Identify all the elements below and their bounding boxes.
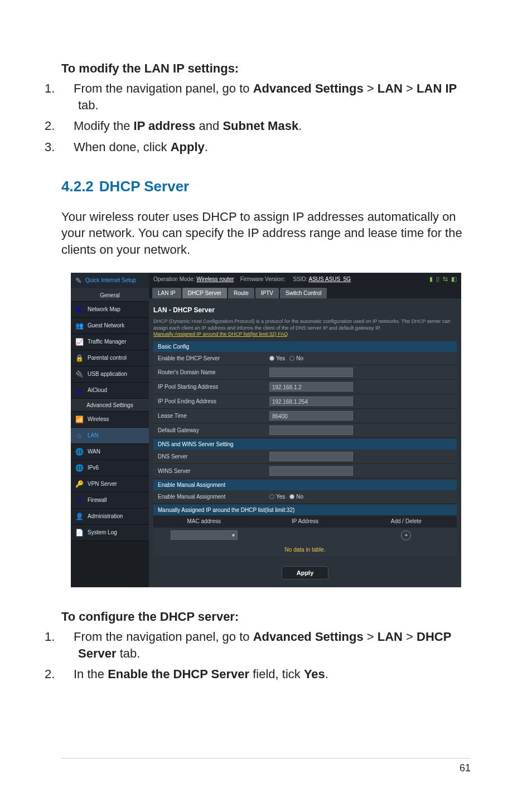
radio-dot xyxy=(269,356,274,361)
step-text: tab. xyxy=(78,98,99,112)
row-label: WINS Server xyxy=(153,465,265,477)
config-row: Enable Manual AssignmentYesNo xyxy=(153,490,457,504)
config-row: WINS Server xyxy=(153,464,457,479)
text-input[interactable] xyxy=(269,466,353,476)
mode-label: Operation Mode: xyxy=(153,276,195,282)
radio-option[interactable]: Yes xyxy=(269,355,285,361)
mac-select[interactable]: ▾ xyxy=(171,530,238,540)
sidebar-item[interactable]: 📶Wireless xyxy=(71,412,149,428)
step-bold: Advanced Settings xyxy=(253,630,364,644)
sidebar-item[interactable]: 🔌USB application xyxy=(71,366,149,383)
usb-icon[interactable]: ▯ xyxy=(436,276,439,283)
mode-value[interactable]: Wireless router xyxy=(196,276,234,282)
sidebar-general-header: General xyxy=(71,289,149,302)
sidebar-item[interactable]: 🛡Firewall xyxy=(71,492,149,509)
radio-option[interactable]: Yes xyxy=(269,494,285,500)
step-text: > xyxy=(403,630,417,644)
pen-icon: ✎ xyxy=(75,276,82,285)
row-value: 86400 xyxy=(265,409,457,423)
quick-internet-setup[interactable]: ✎ Quick Internet Setup xyxy=(71,273,149,289)
text-input[interactable] xyxy=(269,368,353,377)
tab[interactable]: DHCP Server xyxy=(182,288,227,298)
sidebar-label: Firewall xyxy=(88,497,107,503)
basic-config-header: Basic Config xyxy=(153,341,457,352)
text-input[interactable]: 192.168.1.2 xyxy=(269,382,353,392)
row-value: YesNo xyxy=(265,491,457,502)
step-text: > xyxy=(403,81,417,95)
tab[interactable]: Route xyxy=(228,288,254,298)
sidebar-item[interactable]: 🖧Network Map xyxy=(71,302,149,318)
manual-table-header: Manually Assigned IP around the DHCP lis… xyxy=(153,505,457,515)
intro-paragraph: Your wireless router uses DHCP to assign… xyxy=(61,209,471,258)
config-row: Router's Domain Name xyxy=(153,365,457,380)
lanip-step-2: 2.Modify the IP address and Subnet Mask. xyxy=(61,118,471,134)
sidebar: ✎ Quick Internet Setup General 🖧Network … xyxy=(71,273,149,587)
tab[interactable]: Switch Control xyxy=(280,288,327,298)
radio-label: Yes xyxy=(276,355,285,361)
sidebar-item[interactable]: ☁AiCloud xyxy=(71,383,149,399)
row-label: Enable Manual Assignment xyxy=(153,490,265,503)
radio-dot xyxy=(269,494,274,499)
desc-link[interactable]: Manually Assigned IP around the DHCP lis… xyxy=(153,331,288,337)
sidebar-item[interactable]: 🔒Parental control xyxy=(71,350,149,366)
sidebar-icon: 🌐 xyxy=(75,448,83,456)
ssid-label: SSID: xyxy=(293,276,307,282)
add-button[interactable]: + xyxy=(401,530,411,540)
step-text: . xyxy=(325,667,328,681)
step-bold: IP address xyxy=(134,119,196,133)
topbar-icons: ▮ ▯ ⇆ ◧ xyxy=(429,276,457,283)
sidebar-label: IPv6 xyxy=(88,465,99,471)
sidebar-item[interactable]: 📈Traffic Manager xyxy=(71,334,149,350)
row-value: 192.168.1.254 xyxy=(265,394,457,408)
radio-option[interactable]: No xyxy=(289,355,303,361)
main-pane: Operation Mode: Wireless router Firmware… xyxy=(149,273,461,587)
radio-option[interactable]: No xyxy=(289,494,303,500)
step-text: > xyxy=(364,630,378,644)
section-name: DHCP Server xyxy=(99,178,189,195)
sidebar-icon: 🔒 xyxy=(75,354,83,362)
tab[interactable]: LAN IP xyxy=(152,288,181,298)
no-data-message: No data in table. xyxy=(153,543,457,556)
sidebar-item[interactable]: 🔑VPN Server xyxy=(71,476,149,492)
col-action: Add / Delete xyxy=(356,515,457,527)
step-bold: LAN IP xyxy=(417,81,457,95)
text-input[interactable]: 86400 xyxy=(269,411,353,421)
sidebar-item[interactable]: 👥Guest Network xyxy=(71,318,149,334)
lanip-heading: To modify the LAN IP settings: xyxy=(61,61,471,76)
section-title: 4.2.2DHCP Server xyxy=(61,178,471,195)
text-input[interactable]: 192.168.1.254 xyxy=(269,397,353,406)
tab[interactable]: IPTV xyxy=(255,288,279,298)
step-text: and xyxy=(196,119,223,133)
sidebar-item[interactable]: 🌐WAN xyxy=(71,444,149,460)
panel-title: LAN - DHCP Server xyxy=(153,306,457,314)
sidebar-label: VPN Server xyxy=(88,481,117,487)
sidebar-label: Parental control xyxy=(88,355,127,361)
radio-label: No xyxy=(296,355,303,361)
sidebar-label: AiCloud xyxy=(88,387,107,393)
apply-button[interactable]: Apply xyxy=(282,566,329,579)
table-columns: MAC address IP Address Add / Delete xyxy=(153,515,457,527)
ssid-value[interactable]: ASUS ASUS_5G xyxy=(309,276,351,282)
network-icon[interactable]: ⇆ xyxy=(443,276,448,283)
sidebar-item[interactable]: 🌐IPv6 xyxy=(71,460,149,476)
sidebar-item[interactable]: ⌂LAN xyxy=(71,428,149,444)
col-mac: MAC address xyxy=(153,515,254,527)
sidebar-label: USB application xyxy=(88,371,127,377)
tabs: LAN IPDHCP ServerRouteIPTVSwitch Control xyxy=(149,286,461,298)
sidebar-item[interactable]: 👤Administration xyxy=(71,509,149,525)
sidebar-icon: 📈 xyxy=(75,338,83,346)
step-number: 3. xyxy=(61,139,74,156)
sidebar-icon: ⌂ xyxy=(75,432,83,439)
page-number: 61 xyxy=(460,762,471,774)
configure-steps: 1.From the navigation panel, go to Advan… xyxy=(61,629,471,683)
sidebar-icon: 🖧 xyxy=(75,306,83,313)
text-input[interactable] xyxy=(269,426,353,435)
signal-icon[interactable]: ▮ xyxy=(429,276,433,283)
sidebar-item[interactable]: 📄System Log xyxy=(71,525,149,541)
row-value: 192.168.1.2 xyxy=(265,380,457,394)
text-input[interactable] xyxy=(269,452,353,461)
table-input-row: ▾ + xyxy=(153,527,457,543)
sidebar-icon: 🛡 xyxy=(75,496,83,504)
sidebar-icon: 🔌 xyxy=(75,370,83,378)
status-icon[interactable]: ◧ xyxy=(451,276,457,283)
